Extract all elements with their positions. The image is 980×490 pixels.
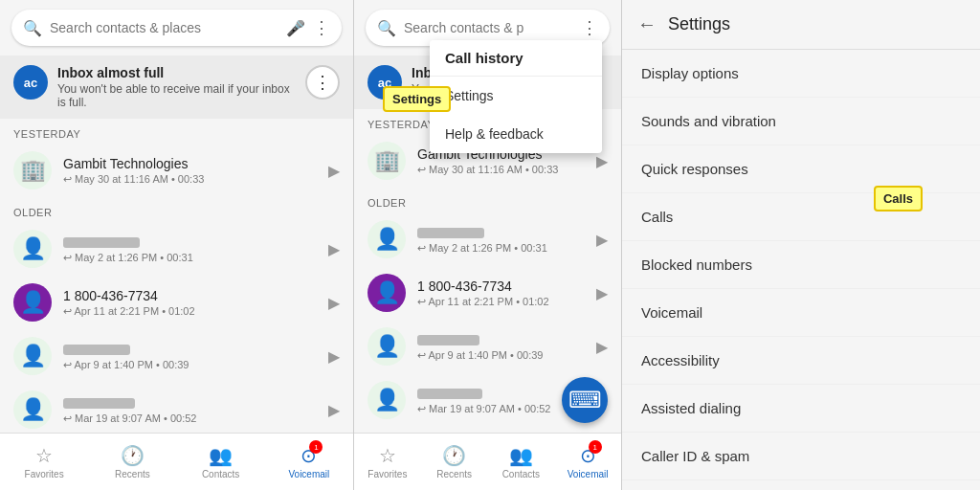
nav-voicemail-label-left: Voicemail (288, 469, 329, 479)
right-panel: ← Settings Display options Sounds and vi… (622, 0, 980, 490)
nav-recents-middle[interactable]: 🕐 Recents (421, 434, 488, 490)
dropdown-help-item[interactable]: Help & feedback (430, 115, 602, 153)
settings-item-quick[interactable]: Quick responses (622, 145, 980, 193)
settings-item-callscreen[interactable]: Call Screen (622, 480, 980, 490)
inbox-avatar-middle: ac (368, 65, 402, 100)
call-item-gambit-left[interactable]: 🏢 Gambit Technologies ↩ May 30 at 11:16 … (0, 144, 353, 197)
call-detail-1800-left: ↩ Apr 11 at 2:21 PM • 01:02 (63, 305, 317, 318)
call-detail-2-middle: ↩ Apr 9 at 1:40 PM • 00:39 (417, 349, 585, 362)
call-item-1-left[interactable]: 👤 ↩ May 2 at 1:26 PM • 00:31 ▶ (0, 222, 353, 276)
star-icon-middle: ☆ (379, 444, 396, 467)
call-detail-gambit-left: ↩ May 30 at 11:16 AM • 00:33 (63, 173, 317, 186)
settings-item-sounds[interactable]: Sounds and vibration (622, 98, 980, 145)
middle-panel: 🔍 ⋮ Call history Settings Help & feedbac… (354, 0, 622, 490)
settings-item-callerid[interactable]: Caller ID & spam (622, 433, 980, 480)
search-input-left[interactable] (50, 20, 278, 35)
play-icon-1-left[interactable]: ▶ (328, 240, 340, 258)
section-yesterday-left: YESTERDAY (0, 119, 353, 144)
nav-contacts-middle[interactable]: 👥 Contacts (488, 434, 555, 490)
nav-favorites-left[interactable]: ☆ Favorites (0, 434, 88, 490)
nav-voicemail-middle[interactable]: ⊙ 1 Voicemail (554, 434, 621, 490)
call-avatar-1800-left: 👤 (13, 283, 52, 322)
star-icon-left: ☆ (35, 444, 53, 467)
settings-item-blocked[interactable]: Blocked numbers (622, 241, 980, 289)
inbox-title-left: Inbox almost full (57, 65, 296, 80)
call-name-2-left (63, 342, 317, 357)
play-icon-2-middle[interactable]: ▶ (596, 338, 608, 356)
dropdown-menu-middle: Call history Settings Help & feedback (430, 40, 602, 153)
left-panel: 🔍 🎤 ⋮ ac Inbox almost full You won't be … (0, 0, 354, 490)
call-item-2-middle[interactable]: 👤 ↩ Apr 9 at 1:40 PM • 00:39 ▶ (354, 320, 621, 373)
call-info-1-middle: ↩ May 2 at 1:26 PM • 00:31 (417, 225, 585, 255)
people-icon-middle: 👥 (509, 444, 533, 467)
back-icon[interactable]: ← (637, 13, 657, 35)
call-avatar-2-middle: 👤 (368, 327, 406, 366)
call-avatar-3-left: 👤 (13, 390, 52, 429)
play-icon-gambit-middle[interactable]: ▶ (596, 152, 608, 170)
call-info-2-left: ↩ Apr 9 at 1:40 PM • 00:39 (63, 342, 317, 371)
nav-contacts-label-middle: Contacts (502, 469, 540, 479)
call-detail-3-middle: ↩ Mar 19 at 9:07 AM • 00:52 (417, 403, 585, 415)
settings-item-display[interactable]: Display options (622, 50, 980, 98)
nav-recents-label-middle: Recents (436, 469, 472, 479)
nav-favorites-label-left: Favorites (25, 469, 64, 479)
inbox-notice-left: ac Inbox almost full You won't be able t… (0, 56, 353, 119)
fab-button-middle[interactable]: ⌨ (562, 377, 608, 423)
call-item-1800-left[interactable]: 👤 1 800-436-7734 ↩ Apr 11 at 2:21 PM • 0… (0, 276, 353, 329)
people-icon-left: 👥 (209, 444, 233, 467)
call-item-1800-middle[interactable]: 👤 1 800-436-7734 ↩ Apr 11 at 2:21 PM • 0… (354, 266, 621, 320)
nav-favorites-middle[interactable]: ☆ Favorites (354, 434, 421, 490)
overflow-menu-icon-left[interactable]: ⋮ (313, 17, 330, 38)
play-icon-gambit-left[interactable]: ▶ (328, 162, 340, 180)
call-avatar-3-middle: 👤 (368, 381, 406, 419)
settings-item-accessibility[interactable]: Accessibility (622, 337, 980, 385)
search-input-middle[interactable] (404, 20, 573, 35)
nav-favorites-label-middle: Favorites (368, 469, 407, 479)
call-info-1800-middle: 1 800-436-7734 ↩ Apr 11 at 2:21 PM • 01:… (417, 278, 585, 308)
call-avatar-1800-middle: 👤 (368, 274, 406, 312)
dropdown-header-middle: Call history (430, 40, 602, 77)
mic-icon-left[interactable]: 🎤 (286, 19, 305, 37)
three-dots-button-left[interactable]: ⋮ (305, 65, 340, 100)
settings-item-calls[interactable]: Calls Calls (622, 193, 980, 241)
search-bar-left[interactable]: 🔍 🎤 ⋮ (11, 10, 342, 46)
section-older-left: OLDER (0, 197, 353, 222)
call-name-1-middle (417, 225, 585, 240)
play-icon-1800-left[interactable]: ▶ (328, 294, 340, 312)
call-avatar-2-left: 👤 (13, 337, 52, 375)
call-detail-gambit-middle: ↩ May 30 at 11:16 AM • 00:33 (417, 164, 585, 176)
play-icon-3-left[interactable]: ▶ (328, 401, 340, 419)
call-info-gambit-left: Gambit Technologies ↩ May 30 at 11:16 AM… (63, 156, 317, 186)
call-detail-1-left: ↩ May 2 at 1:26 PM • 00:31 (63, 252, 317, 264)
inbox-avatar-left: ac (13, 65, 48, 100)
settings-item-assisted[interactable]: Assisted dialing (622, 385, 980, 433)
call-name-1800-left: 1 800-436-7734 (63, 288, 317, 303)
call-info-3-middle: ↩ Mar 19 at 9:07 AM • 00:52 (417, 386, 585, 415)
bottom-nav-left: ☆ Favorites 🕐 Recents 👥 Contacts ⊙ 1 Voi… (0, 433, 353, 490)
inbox-text-left: Inbox almost full You won't be able to r… (57, 65, 296, 109)
nav-contacts-left[interactable]: 👥 Contacts (177, 434, 265, 490)
play-icon-1800-middle[interactable]: ▶ (596, 284, 608, 302)
nav-recents-left[interactable]: 🕐 Recents (88, 434, 176, 490)
inbox-subtitle-left: You won't be able to receive mail if you… (57, 82, 296, 109)
call-item-1-middle[interactable]: 👤 ↩ May 2 at 1:26 PM • 00:31 ▶ (354, 212, 621, 266)
nav-voicemail-left[interactable]: ⊙ 1 Voicemail (265, 434, 353, 490)
call-info-3-left: ↩ Mar 19 at 9:07 AM • 00:52 (63, 395, 317, 425)
play-icon-2-left[interactable]: ▶ (328, 347, 340, 366)
call-info-1-left: ↩ May 2 at 1:26 PM • 00:31 (63, 234, 317, 264)
call-item-2-left[interactable]: 👤 ↩ Apr 9 at 1:40 PM • 00:39 ▶ (0, 329, 353, 383)
nav-contacts-label-left: Contacts (202, 469, 239, 479)
call-avatar-1-left: 👤 (13, 230, 52, 268)
call-name-3-middle (417, 386, 585, 401)
voicemail-badge-left: 1 (309, 440, 323, 454)
call-item-3-left[interactable]: 👤 ↩ Mar 19 at 9:07 AM • 00:52 ▶ (0, 383, 353, 436)
settings-item-voicemail[interactable]: Voicemail (622, 289, 980, 337)
nav-voicemail-label-middle: Voicemail (568, 469, 609, 479)
overflow-menu-icon-middle[interactable]: ⋮ (581, 17, 598, 38)
call-info-2-middle: ↩ Apr 9 at 1:40 PM • 00:39 (417, 332, 585, 362)
call-name-3-left (63, 395, 317, 411)
play-icon-1-middle[interactable]: ▶ (596, 231, 608, 249)
nav-recents-label-left: Recents (115, 469, 150, 479)
dropdown-settings-item[interactable]: Settings (430, 77, 602, 115)
clock-icon-middle: 🕐 (442, 444, 466, 467)
